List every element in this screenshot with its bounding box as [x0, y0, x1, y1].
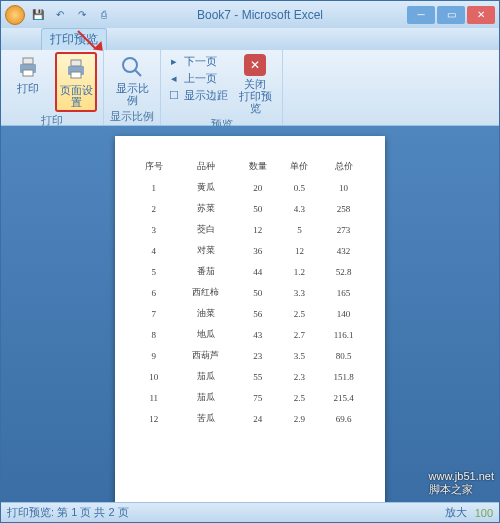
table-cell: 2.7: [279, 324, 321, 345]
table-cell: 43: [237, 324, 279, 345]
maximize-button[interactable]: ▭: [437, 6, 465, 24]
table-cell: 8: [133, 324, 175, 345]
next-page-button[interactable]: ▸ 下一页: [167, 54, 228, 69]
table-cell: 50: [237, 282, 279, 303]
office-button[interactable]: [5, 5, 25, 25]
table-header: 单价: [279, 156, 321, 177]
prev-page-label: 上一页: [184, 71, 217, 86]
table-header: 数量: [237, 156, 279, 177]
table-cell: 黄瓜: [175, 177, 237, 198]
table-cell: 44: [237, 261, 279, 282]
table-cell: 2.5: [279, 387, 321, 408]
preview-workspace[interactable]: 序号品种数量单价总价 1黄瓜200.5102苏菜504.32583茭白12527…: [1, 126, 499, 502]
close-button[interactable]: ✕: [467, 6, 495, 24]
qat-print-icon[interactable]: ⎙: [95, 6, 113, 24]
table-cell: 地瓜: [175, 324, 237, 345]
quick-access-toolbar: 💾 ↶ ↷ ⎙: [29, 6, 113, 24]
table-cell: 油菜: [175, 303, 237, 324]
table-cell: 36: [237, 240, 279, 261]
table-cell: 2.9: [279, 408, 321, 429]
page-indicator: 打印预览: 第 1 页 共 2 页: [7, 505, 129, 520]
table-row: 8地瓜432.7116.1: [133, 324, 367, 345]
ribbon-group-preview: ▸ 下一页 ◂ 上一页 ☐ 显示边距 ✕ 关闭 打印预览: [161, 50, 283, 125]
titlebar: 💾 ↶ ↷ ⎙ Book7 - Microsoft Excel ─ ▭ ✕: [1, 1, 499, 28]
qat-save-icon[interactable]: 💾: [29, 6, 47, 24]
window-controls: ─ ▭ ✕: [407, 6, 495, 24]
next-page-label: 下一页: [184, 54, 217, 69]
table-cell: 23: [237, 345, 279, 366]
table-cell: 苏菜: [175, 198, 237, 219]
watermark: www.jb51.net 脚本之家: [429, 470, 494, 497]
table-cell: 1.2: [279, 261, 321, 282]
table-cell: 9: [133, 345, 175, 366]
ribbon-group-zoom-label: 显示比例: [110, 108, 154, 126]
table-cell: 12: [133, 408, 175, 429]
ribbon: 打印 页面设置 打印 显示比例: [1, 50, 499, 126]
table-row: 12苦瓜242.969.6: [133, 408, 367, 429]
table-cell: 56: [237, 303, 279, 324]
table-row: 5番茄441.252.8: [133, 261, 367, 282]
ribbon-group-zoom: 显示比例 显示比例: [104, 50, 161, 125]
close-icon: ✕: [244, 54, 266, 76]
table-cell: 苦瓜: [175, 408, 237, 429]
table-header: 品种: [175, 156, 237, 177]
table-cell: 10: [133, 366, 175, 387]
table-cell: 24: [237, 408, 279, 429]
zoom-button[interactable]: 显示比例: [111, 52, 153, 108]
data-table: 序号品种数量单价总价 1黄瓜200.5102苏菜504.32583茭白12527…: [133, 156, 367, 429]
table-row: 4对菜3612432: [133, 240, 367, 261]
app-window: 💾 ↶ ↷ ⎙ Book7 - Microsoft Excel ─ ▭ ✕ 打印…: [0, 0, 500, 523]
table-cell: 4.3: [279, 198, 321, 219]
svg-rect-5: [71, 72, 81, 78]
svg-rect-1: [23, 58, 33, 64]
table-cell: 2.3: [279, 366, 321, 387]
zoom-mode-label[interactable]: 放大: [445, 505, 467, 520]
qat-undo-icon[interactable]: ↶: [51, 6, 69, 24]
annotation-arrow: [78, 30, 102, 32]
table-cell: 116.1: [320, 324, 367, 345]
table-cell: 2.5: [279, 303, 321, 324]
table-row: 2苏菜504.3258: [133, 198, 367, 219]
page-preview: 序号品种数量单价总价 1黄瓜200.5102苏菜504.32583茭白12527…: [115, 136, 385, 502]
table-cell: 3.3: [279, 282, 321, 303]
table-row: 10茄瓜552.3151.8: [133, 366, 367, 387]
table-cell: 52.8: [320, 261, 367, 282]
table-cell: 11: [133, 387, 175, 408]
page-setup-button[interactable]: 页面设置: [55, 52, 97, 112]
printer-icon: [15, 54, 41, 80]
svg-point-6: [123, 58, 137, 72]
table-cell: 165: [320, 282, 367, 303]
table-header: 序号: [133, 156, 175, 177]
table-cell: 茄瓜: [175, 366, 237, 387]
table-cell: 0.5: [279, 177, 321, 198]
table-cell: 西葫芦: [175, 345, 237, 366]
table-row: 7油菜562.5140: [133, 303, 367, 324]
page-up-icon: ◂: [167, 72, 181, 86]
table-cell: 2: [133, 198, 175, 219]
table-cell: 55: [237, 366, 279, 387]
print-button[interactable]: 打印: [7, 52, 49, 96]
printer-gear-icon: [63, 56, 89, 82]
table-cell: 69.6: [320, 408, 367, 429]
table-row: 9西葫芦233.580.5: [133, 345, 367, 366]
zoom-value: 100: [475, 507, 493, 519]
table-cell: 茭白: [175, 219, 237, 240]
print-label: 打印: [17, 82, 39, 94]
table-cell: 1: [133, 177, 175, 198]
svg-rect-2: [23, 70, 33, 76]
close-preview-button[interactable]: ✕ 关闭 打印预览: [234, 52, 276, 116]
table-cell: 10: [320, 177, 367, 198]
prev-page-button[interactable]: ◂ 上一页: [167, 71, 228, 86]
show-margins-checkbox[interactable]: ☐ 显示边距: [167, 88, 228, 103]
table-cell: 140: [320, 303, 367, 324]
table-row: 3茭白125273: [133, 219, 367, 240]
minimize-button[interactable]: ─: [407, 6, 435, 24]
svg-rect-4: [71, 60, 81, 66]
page-setup-label: 页面设置: [59, 84, 93, 108]
table-row: 1黄瓜200.510: [133, 177, 367, 198]
qat-redo-icon[interactable]: ↷: [73, 6, 91, 24]
table-cell: 215.4: [320, 387, 367, 408]
table-cell: 50: [237, 198, 279, 219]
table-cell: 5: [279, 219, 321, 240]
close-preview-label: 关闭 打印预览: [236, 78, 274, 114]
